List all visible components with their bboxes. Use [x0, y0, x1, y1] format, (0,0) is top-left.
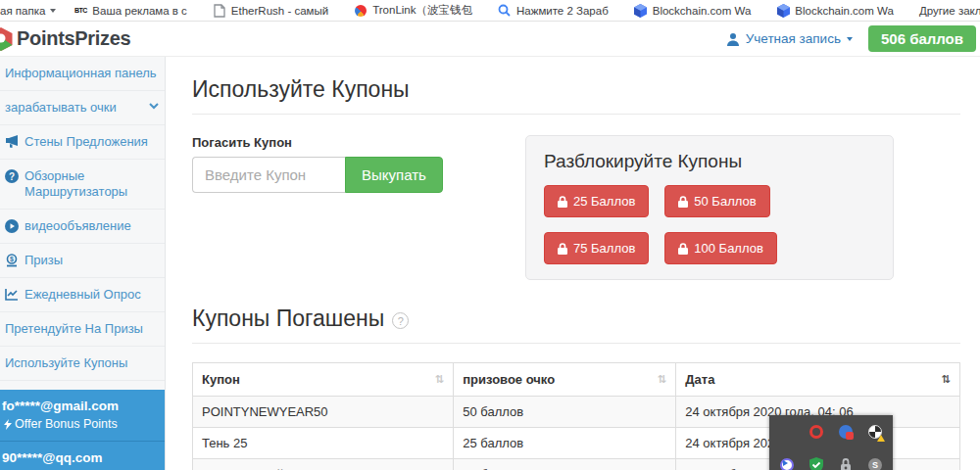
- bookmark-item[interactable]: Blockchain.com Wa: [776, 4, 894, 18]
- redeem-button[interactable]: Выкупать: [345, 157, 443, 193]
- points-balance-badge[interactable]: 506 баллов: [868, 25, 976, 52]
- sidebar-item-use-coupons[interactable]: Используйте Купоны: [0, 347, 165, 381]
- sort-icon[interactable]: ⇅: [435, 373, 444, 386]
- sidebar: Информационная панель зарабатывать очки …: [0, 57, 166, 470]
- chart-icon: [5, 288, 19, 301]
- notification-text: Offer Bonus Points: [15, 417, 118, 431]
- bookmark-item[interactable]: EtherRush - самый: [213, 4, 328, 18]
- sidebar-item-label: Призы: [24, 253, 63, 268]
- sidebar-item-label: Ежедневный Опрос: [24, 287, 141, 303]
- tray-media-player-icon[interactable]: [779, 457, 795, 470]
- search-icon: [498, 4, 512, 18]
- bookmark-label: Blockchain.com Wa: [653, 5, 752, 17]
- bookmark-item[interactable]: BTC Ваша реклама в с: [74, 4, 187, 18]
- page: { "icons": { "sort": "⇅", "help": "?", "…: [0, 0, 980, 470]
- unlock-100-points-button[interactable]: 100 Баллов: [664, 232, 777, 264]
- tray-notes-icon[interactable]: [779, 424, 795, 440]
- unlock-button-label: 100 Баллов: [694, 241, 763, 256]
- bookmark-item[interactable]: TronLink（波宝钱包: [354, 3, 472, 18]
- sidebar-item-offer-walls[interactable]: Стены Предложения: [0, 125, 165, 160]
- document-icon: [213, 4, 226, 18]
- system-tray-popup: S: [769, 415, 893, 470]
- sidebar-item-daily-poll[interactable]: Ежедневный Опрос: [0, 278, 165, 312]
- account-menu[interactable]: Учетная запись: [726, 31, 853, 46]
- sidebar-item-label: Используйте Купоны: [5, 355, 127, 371]
- question-circle-icon: ?: [5, 169, 19, 183]
- notification-email: 90*****@qq.com: [2, 449, 157, 466]
- tray-antivirus-shield-icon[interactable]: [808, 457, 824, 470]
- notification-email: fo*****@gmail.com: [2, 398, 157, 414]
- sidebar-item-label: видеообъявление: [24, 218, 131, 234]
- bookmark-item[interactable]: Нажмите 2 Зараб: [498, 4, 609, 18]
- unlock-button-label: 25 Баллов: [573, 194, 635, 209]
- column-header-points[interactable]: призовое очко ⇅: [454, 363, 676, 397]
- sidebar-item-label: Обзорные Маршрутизаторы: [24, 168, 159, 200]
- coupon-input[interactable]: [192, 157, 345, 193]
- lock-icon: [558, 196, 567, 208]
- brand-logo-link[interactable]: PointsPrizes: [0, 26, 130, 52]
- unlock-button-label: 75 Баллов: [573, 241, 635, 256]
- bookmark-label: Blockchain.com Wa: [795, 5, 894, 17]
- svg-text:$: $: [10, 256, 14, 263]
- cell-points: 50 баллов: [454, 397, 676, 428]
- btc-icon: BTC: [74, 4, 87, 18]
- notification-bonus-offer[interactable]: fo*****@gmail.com Offer Bonus Points: [0, 390, 165, 441]
- help-icon[interactable]: ?: [392, 312, 409, 329]
- tray-pie-shield-warning-icon[interactable]: [867, 424, 883, 440]
- unlock-coupons-title: Разблокируйте Купоны: [544, 151, 875, 172]
- megaphone-icon: [5, 135, 19, 148]
- tray-keepass-lock-icon[interactable]: [838, 457, 854, 470]
- site-header: PointsPrizes Учетная запись 506 баллов: [0, 22, 980, 57]
- cell-points: 25 баллов: [454, 428, 676, 459]
- sort-icon[interactable]: ⇅: [658, 373, 666, 386]
- column-header-coupon[interactable]: Купон ⇅: [193, 363, 454, 397]
- unlock-50-points-button[interactable]: 50 Баллов: [664, 185, 769, 217]
- person-icon: [726, 32, 740, 46]
- main-content: Используйте Купоны Погасить Купон Выкупа…: [166, 57, 980, 470]
- caret-down-icon: [50, 9, 56, 13]
- sidebar-item-video-ads[interactable]: видеообъявление: [0, 210, 165, 244]
- caret-down-icon: [847, 37, 853, 41]
- sort-desc-icon[interactable]: ⇅: [942, 373, 951, 386]
- redeemed-coupons-title: Купоны Погашены: [192, 306, 384, 332]
- sidebar-item-dashboard[interactable]: Информационная панель: [0, 57, 165, 91]
- bookmark-item[interactable]: Blockchain.com Wa: [634, 4, 752, 18]
- unlock-75-points-button[interactable]: 75 Баллов: [544, 232, 649, 264]
- bookmark-label: TronLink（波宝钱包: [372, 3, 472, 18]
- pointsprizes-logo-icon: [0, 26, 13, 52]
- chevron-down-icon: [149, 103, 159, 110]
- divider: [192, 343, 960, 344]
- column-header-date[interactable]: Дата ⇅: [676, 363, 960, 397]
- divider: [192, 114, 960, 115]
- blockchain-cube-icon: [634, 4, 648, 18]
- sidebar-item-label: Информационная панель: [5, 66, 157, 81]
- unlock-button-label: 50 Баллов: [694, 194, 756, 209]
- other-bookmarks-button[interactable]: Другие закладки: [919, 5, 980, 17]
- brand-name: PointsPrizes: [17, 27, 130, 50]
- sidebar-item-survey-routers[interactable]: ? Обзорные Маршрутизаторы: [0, 160, 165, 210]
- lock-icon: [678, 243, 688, 255]
- redeem-coupon-label: Погасить Купон: [192, 135, 525, 150]
- sidebar-item-label: Претендуйте На Призы: [5, 321, 143, 337]
- cell-coupon: Тень 25: [193, 428, 454, 459]
- blockchain-cube-icon: [776, 4, 790, 18]
- tray-sync-icon[interactable]: [838, 424, 854, 440]
- lock-icon: [558, 243, 567, 255]
- play-circle-icon: [5, 219, 19, 233]
- sidebar-item-prizes[interactable]: $ Призы: [0, 244, 165, 278]
- sidebar-item-earn-points[interactable]: зарабатывать очки: [0, 91, 165, 125]
- notification-bonus-offer[interactable]: 90*****@qq.com Offer Bonus Points: [0, 441, 165, 470]
- cell-coupon: Бесстрашный 50: [193, 459, 454, 470]
- svg-text:?: ?: [9, 171, 15, 182]
- bookmark-folder-label: ая папка: [0, 5, 45, 17]
- tray-skype-icon[interactable]: S: [867, 457, 883, 470]
- tray-opera-icon[interactable]: [808, 424, 824, 440]
- bookmarks-bar: ая папка BTC Ваша реклама в с EtherRush …: [0, 0, 980, 22]
- page-title: Используйте Купоны: [192, 76, 960, 103]
- bookmark-label: Ваша реклама в с: [92, 5, 187, 17]
- bookmark-folder[interactable]: ая папка: [0, 5, 56, 17]
- sidebar-item-claim-prizes[interactable]: Претендуйте На Призы: [0, 312, 165, 347]
- sidebar-item-label: Стены Предложения: [24, 134, 148, 150]
- redeem-coupon-form: Погасить Купон Выкупать: [192, 135, 525, 280]
- unlock-25-points-button[interactable]: 25 Баллов: [544, 185, 649, 217]
